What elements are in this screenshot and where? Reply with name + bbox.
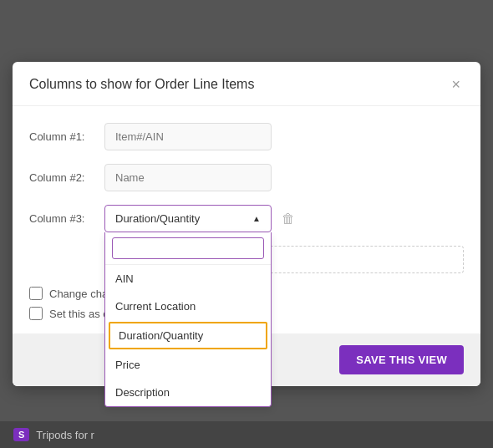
dropdown-search-wrapper <box>105 232 271 265</box>
bottom-text: Tripods for r <box>36 429 94 441</box>
dropdown-item-price[interactable]: Price <box>105 351 271 379</box>
change-char-checkbox[interactable] <box>29 287 43 300</box>
dropdown-search-input[interactable] <box>112 237 264 259</box>
dropdown-item-current-location[interactable]: Current Location <box>105 293 271 320</box>
column3-dropdown-value: Duration/Quantity <box>115 212 200 225</box>
column1-label: Column #1: <box>29 130 104 143</box>
modal: Columns to show for Order Line Items × C… <box>13 62 480 386</box>
column3-dropdown-trigger[interactable]: Duration/Quantity ▲ <box>104 205 272 232</box>
set-as-comp-checkbox[interactable] <box>29 307 43 320</box>
modal-overlay: Columns to show for Order Line Items × C… <box>0 0 493 448</box>
column3-dropdown-wrapper: Duration/Quantity ▲ AIN Current Location… <box>104 205 272 232</box>
modal-body: Column #1: Column #2: Column #3: Duratio… <box>13 106 480 320</box>
column1-row: Column #1: <box>29 123 464 150</box>
column2-input[interactable] <box>104 164 272 191</box>
column3-label: Column #3: <box>29 212 104 225</box>
trash-icon[interactable]: 🗑 <box>282 211 295 227</box>
bottom-bar: S Tripods for r <box>0 421 493 448</box>
dropdown-item-ain[interactable]: AIN <box>105 265 271 293</box>
dropdown-menu: AIN Current Location Duration/Quantity P… <box>104 232 272 407</box>
dropdown-arrow-icon: ▲ <box>252 214 261 223</box>
column1-input[interactable] <box>104 123 272 150</box>
column3-row: Column #3: Duration/Quantity ▲ AIN Curre… <box>29 205 464 232</box>
column2-label: Column #2: <box>29 171 104 184</box>
dropdown-item-duration-quantity[interactable]: Duration/Quantity <box>109 322 267 349</box>
bottom-badge: S <box>13 428 29 441</box>
save-button[interactable]: SAVE THIS VIEW <box>339 345 464 374</box>
modal-title: Columns to show for Order Line Items <box>29 77 254 92</box>
dropdown-item-description[interactable]: Description <box>105 379 271 406</box>
modal-header: Columns to show for Order Line Items × <box>13 62 480 106</box>
close-button[interactable]: × <box>448 77 464 92</box>
column2-row: Column #2: <box>29 164 464 191</box>
